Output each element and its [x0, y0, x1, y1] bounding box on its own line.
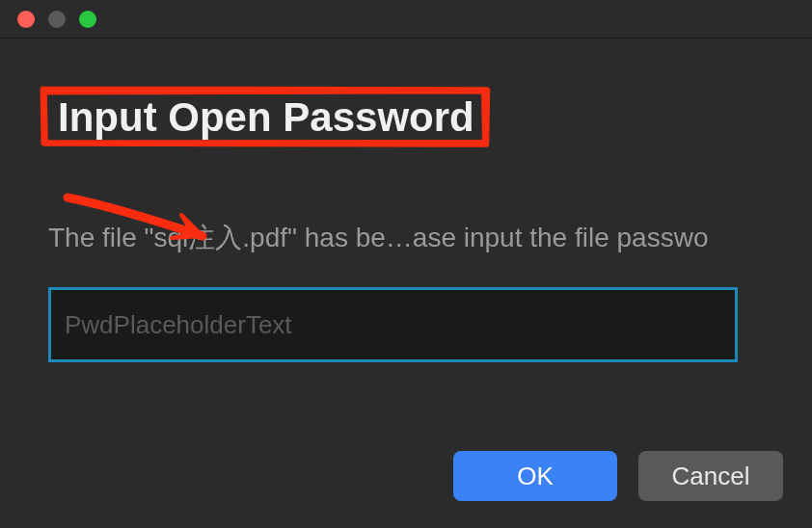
window-close-button[interactable] [17, 11, 35, 28]
dialog-title: Input Open Password [48, 91, 484, 145]
ok-button[interactable]: OK [453, 451, 617, 501]
window-maximize-button[interactable] [79, 11, 96, 28]
password-input[interactable] [48, 287, 738, 362]
title-wrap: Input Open Password [48, 91, 484, 145]
window-minimize-button[interactable] [48, 11, 66, 28]
dialog-content: Input Open Password The file "sql注入.pdf"… [0, 39, 812, 391]
dialog-message: The file "sql注入.pdf" has be…ase input th… [48, 220, 762, 256]
titlebar [0, 0, 812, 39]
button-row: OK Cancel [453, 451, 783, 501]
cancel-button[interactable]: Cancel [638, 451, 783, 501]
dialog-window: Input Open Password The file "sql注入.pdf"… [0, 0, 812, 528]
password-field-wrap [48, 287, 738, 362]
